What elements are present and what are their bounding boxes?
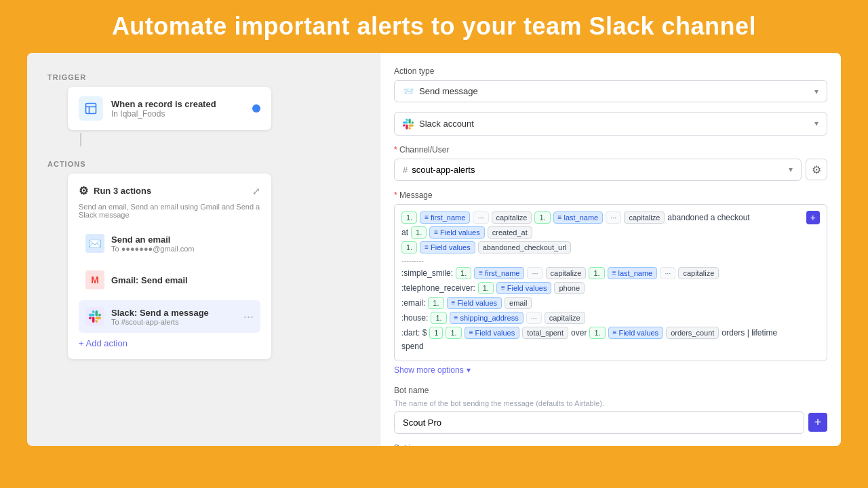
- action-type-value: Send message: [419, 86, 478, 96]
- action-type-dropdown[interactable]: 📨 Send message: [394, 80, 827, 102]
- text-spend: spend: [401, 342, 424, 351]
- chevron-down-icon: ▾: [467, 365, 471, 375]
- channel-dropdown[interactable]: # scout-app-alerts: [394, 159, 802, 181]
- trigger-card: When a record is created In Iqbal_Foods: [68, 87, 271, 130]
- msg-line-3: 1. ≡Field values abandoned_checkout_url: [401, 241, 820, 253]
- plus-icon[interactable]: +: [806, 211, 820, 224]
- msg-line-6: :telephone_receiver: 1. ≡Field values ph…: [401, 282, 820, 294]
- divider-line: ---------: [401, 256, 820, 264]
- right-panel: Action type 📨 Send message: [380, 53, 841, 446]
- tag-dots-5: ···: [526, 312, 542, 324]
- email-icon: ✉️: [85, 234, 104, 253]
- text-abandoned: abandoned a checkout: [667, 213, 749, 222]
- text-phone: :telephone_receiver:: [401, 283, 475, 293]
- tag-field-values-3: ≡Field values: [496, 282, 552, 294]
- trigger-title: When a record is created: [111, 99, 216, 109]
- tag-capitalize-5: capitalize: [545, 312, 585, 324]
- tag-field-values-2: ≡Field values: [420, 241, 475, 253]
- tag-abandoned-url: abandoned_checkout_url: [478, 241, 572, 253]
- show-more-text: Show more options: [394, 365, 464, 375]
- tag-first-name-2: ≡first_name: [474, 267, 524, 279]
- run-icon: ⚙: [79, 184, 88, 197]
- text-at: at: [401, 228, 408, 237]
- bot-name-section: Bot name The name of the bot sending the…: [394, 386, 827, 434]
- expand-icon[interactable]: ⤢: [252, 186, 260, 197]
- channel-user-label: Channel/User: [394, 145, 827, 155]
- action-type-chevron: [814, 87, 818, 96]
- text-smile: :simple_smile:: [401, 268, 453, 278]
- trigger-icon: [79, 96, 103, 121]
- channel-left: # scout-app-alerts: [403, 165, 475, 175]
- tag-num-10: 1: [429, 327, 443, 339]
- send-message-icon: 📨: [403, 86, 414, 96]
- msg-line-8: :house: 1. ≡shipping_address ··· capital…: [401, 312, 820, 324]
- tag-shipping-address: ≡shipping_address: [450, 312, 524, 324]
- tag-orders-count: orders_count: [666, 327, 719, 339]
- action-sub-email: To ●●●●●●●@gmail.com: [111, 245, 254, 253]
- tag-dots-3: ···: [527, 267, 542, 279]
- tag-capitalize-2: capitalize: [624, 211, 665, 224]
- text-lifetime: orders | lifetime: [722, 328, 777, 338]
- action-item-gmail[interactable]: M Gmail: Send email: [79, 264, 260, 296]
- bot-name-input-row: +: [394, 411, 827, 434]
- tag-num-3: 1.: [411, 226, 427, 239]
- tag-field-values-5: ≡Field values: [465, 327, 520, 339]
- add-action-btn[interactable]: + Add action: [79, 338, 260, 348]
- tag-num-5: 1.: [456, 267, 471, 279]
- bot-name-input[interactable]: [394, 411, 804, 434]
- tag-dots-1: ···: [473, 211, 488, 224]
- tag-total-spent: total_spent: [522, 327, 568, 339]
- tag-num-11: 1.: [446, 327, 461, 339]
- msg-line-7: :email: 1. ≡Field values email: [401, 297, 820, 309]
- trigger-sub: In Iqbal_Foods: [111, 109, 216, 119]
- left-panel: TRIGGER When a record is created In Iqba…: [27, 53, 380, 446]
- channel-row: # scout-app-alerts ⚙: [394, 159, 827, 181]
- bot-name-plus-btn[interactable]: +: [808, 413, 827, 432]
- action-title-email: Send an email: [111, 235, 254, 245]
- action-text-gmail: Gmail: Send email: [111, 275, 254, 285]
- action-type-left: 📨 Send message: [403, 86, 478, 96]
- tag-created-at: created_at: [488, 226, 532, 239]
- slack-icon: [403, 118, 414, 129]
- show-more-btn[interactable]: Show more options ▾: [394, 365, 827, 375]
- action-sub-slack: To #scout-app-alerts: [111, 318, 237, 326]
- tag-num-6: 1.: [589, 267, 604, 279]
- actions-header-text: Run 3 actions: [94, 186, 151, 196]
- tag-email: email: [505, 297, 532, 309]
- channel-chevron: [789, 165, 793, 174]
- msg-line-1: 1. ≡first_name ··· capitalize 1. ≡last_n…: [401, 211, 820, 224]
- action-item-email[interactable]: ✉️ Send an email To ●●●●●●●@gmail.com: [79, 227, 260, 260]
- actions-header: ⚙ Run 3 actions ⤢: [79, 184, 260, 197]
- action-title-gmail: Gmail: Send email: [111, 275, 254, 285]
- bot-icon-label: Bot icon: [394, 443, 827, 446]
- trigger-text: When a record is created In Iqbal_Foods: [111, 99, 216, 119]
- text-email: :email:: [401, 298, 425, 308]
- msg-line-2: at 1. ≡Field values created_at: [401, 226, 820, 239]
- msg-line-10: spend: [401, 342, 820, 351]
- text-house: :house:: [401, 313, 428, 323]
- tag-num-7: 1.: [478, 282, 494, 294]
- svg-rect-0: [86, 104, 96, 114]
- tag-field-values-4: ≡Field values: [447, 297, 502, 309]
- bot-icon-section: Bot icon The name of an emoji available …: [394, 443, 827, 446]
- text-dart: :dart: $: [401, 328, 427, 338]
- channel-value: scout-app-alerts: [412, 165, 475, 175]
- tag-last-name-1: ≡last_name: [553, 211, 604, 224]
- tag-field-values-6: ≡Field values: [608, 327, 664, 339]
- slack-account-dropdown[interactable]: Slack account: [394, 112, 827, 136]
- tag-field-values-1: ≡Field values: [429, 226, 485, 239]
- tag-num-8: 1.: [428, 297, 443, 309]
- bot-name-label: Bot name: [394, 386, 827, 395]
- actions-header-left: ⚙ Run 3 actions: [79, 184, 151, 197]
- tag-first-name-1: ≡first_name: [420, 211, 470, 224]
- main-content: TRIGGER When a record is created In Iqba…: [27, 53, 841, 446]
- page-title: Automate important alerts to your team S…: [27, 12, 841, 41]
- message-area[interactable]: 1. ≡first_name ··· capitalize 1. ≡last_n…: [394, 204, 827, 361]
- connector: [80, 133, 81, 146]
- slack-action-icon: [85, 307, 104, 326]
- slack-action-dots[interactable]: ···: [243, 310, 254, 324]
- tag-num-12: 1.: [589, 327, 605, 339]
- gear-button[interactable]: ⚙: [806, 159, 827, 180]
- hash-icon: #: [403, 165, 408, 175]
- action-item-slack[interactable]: Slack: Send a message To #scout-app-aler…: [79, 300, 260, 333]
